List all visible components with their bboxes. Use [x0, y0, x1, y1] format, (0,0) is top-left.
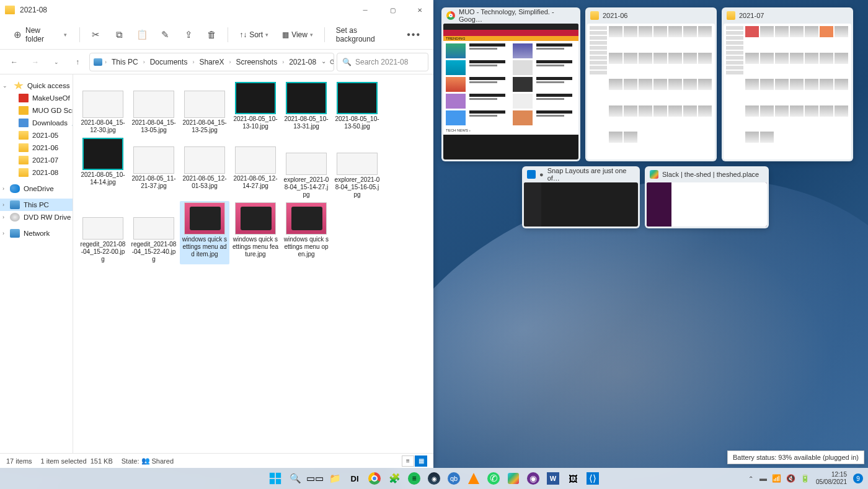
battery-icon[interactable]: 🔋: [800, 474, 810, 483]
taskbar-vlc-button[interactable]: [466, 470, 482, 487]
file-item[interactable]: 2021-08-05_10-13-10.jpg: [231, 81, 280, 135]
cut-button[interactable]: ✂: [86, 24, 105, 45]
taskbar-steam-button[interactable]: ◉: [426, 470, 442, 487]
snap-window-chrome[interactable]: MUO - Technology, Simplified. - Goog… TR…: [441, 7, 580, 161]
details-view-button[interactable]: ≡: [402, 455, 414, 467]
taskbar-slack-button[interactable]: [505, 470, 521, 487]
taskbar-devtool-button[interactable]: 🖼: [565, 470, 581, 487]
sidebar-item-this-pc[interactable]: › This PC: [0, 199, 73, 211]
file-item[interactable]: 2021-08-04_15-13-05.jpg: [129, 81, 179, 135]
share-button[interactable]: ⇪: [179, 24, 198, 45]
file-item[interactable]: explorer_2021-08-04_15-14-27.jpg: [281, 137, 331, 200]
makeuseof-icon: [19, 94, 29, 102]
taskbar-spotify-button[interactable]: ≡: [406, 470, 422, 487]
forward-button[interactable]: →: [26, 53, 45, 71]
chevron-down-icon[interactable]: ⌄: [2, 83, 7, 89]
titlebar[interactable]: 2021-08 ─ ▢ ✕: [0, 0, 433, 20]
snap-window-folder-2021-06[interactable]: 2021-06: [585, 7, 717, 161]
snap-window-title: Snap Layouts are just one of…: [547, 167, 635, 182]
chevron-right-icon[interactable]: ›: [2, 214, 4, 220]
sidebar-item-onedrive[interactable]: › OneDrive: [0, 182, 73, 195]
wifi-icon[interactable]: 📶: [772, 474, 781, 483]
delete-button[interactable]: 🗑: [202, 24, 221, 45]
taskbar-search-button[interactable]: 🔍: [287, 470, 303, 487]
taskbar-qbit-button[interactable]: qb: [446, 470, 462, 487]
notification-badge[interactable]: 9: [853, 473, 863, 483]
up-button[interactable]: ↑: [68, 53, 87, 71]
overflow-button[interactable]: ⌃: [748, 475, 753, 482]
file-item[interactable]: 2021-08-04_15-12-30.jpg: [78, 81, 128, 135]
close-button[interactable]: ✕: [406, 0, 433, 20]
taskbar-word-button[interactable]: W: [545, 470, 561, 487]
volume-icon[interactable]: 🔇: [786, 474, 795, 483]
sidebar-item-2021-06[interactable]: 2021-06: [0, 141, 73, 154]
taskbar-chrome-button[interactable]: [366, 470, 383, 487]
status-item-count: 17 items: [6, 457, 32, 465]
minimize-button[interactable]: ─: [352, 0, 379, 20]
chevron-right-icon[interactable]: ›: [2, 186, 4, 192]
address-bar[interactable]: › This PC › Documents › ShareX › Screens…: [89, 53, 334, 71]
breadcrumb[interactable]: Documents: [148, 56, 190, 68]
taskbar-start-button[interactable]: [267, 470, 283, 487]
file-item[interactable]: 2021-08-05_12-14-27.jpg: [231, 137, 280, 200]
file-item[interactable]: 2021-08-05_11-21-37.jpg: [129, 137, 179, 200]
tray-icon[interactable]: ▬: [760, 474, 767, 483]
breadcrumb[interactable]: 2021-08: [286, 56, 319, 68]
file-item[interactable]: regedit_2021-08-04_15-22-40.jpg: [129, 201, 179, 264]
sidebar-item-downloads[interactable]: Downloads📌: [0, 117, 73, 129]
recent-button[interactable]: ⌄: [47, 53, 66, 71]
set-background-button[interactable]: Set as background: [331, 24, 398, 46]
taskbar-explorer-button[interactable]: 📁: [327, 470, 343, 487]
maximize-button[interactable]: ▢: [379, 0, 406, 20]
view-button[interactable]: ▦ View ▾: [277, 28, 318, 42]
sidebar-item-2021-07[interactable]: 2021-07: [0, 154, 73, 166]
file-item[interactable]: windows quick settings menu open.jpg: [281, 201, 331, 264]
sidebar-item-dvd[interactable]: › DVD RW Drive (D:) A: [0, 211, 73, 223]
snap-window-vscode[interactable]: ●Snap Layouts are just one of…: [522, 166, 640, 228]
file-item[interactable]: 2021-08-04_15-13-25.jpg: [180, 81, 229, 135]
sort-button[interactable]: ↑↓ Sort ▾: [234, 28, 273, 42]
taskbar-di-button[interactable]: DI: [347, 470, 363, 487]
thumbnails-view-button[interactable]: ▦: [415, 455, 427, 467]
snap-window-slack[interactable]: Slack | the-shed | theshed.place: [645, 166, 769, 228]
search-input[interactable]: 🔍 Search 2021-08: [337, 53, 428, 71]
taskbar-radio-button[interactable]: ◉: [525, 470, 541, 487]
more-button[interactable]: •••: [402, 27, 426, 43]
clock[interactable]: 12:15 05/08/2021: [816, 471, 847, 486]
chevron-right-icon[interactable]: ›: [2, 230, 4, 236]
breadcrumb[interactable]: Screenshots: [233, 56, 280, 68]
file-item[interactable]: windows quick settings menu add item.jpg: [180, 201, 229, 264]
copy-button[interactable]: ⧉: [109, 24, 128, 45]
file-item[interactable]: regedit_2021-08-04_15-22-00.jpg: [78, 201, 128, 264]
rename-button[interactable]: ✎: [156, 24, 175, 45]
file-item[interactable]: 2021-08-05_10-13-31.jpg: [281, 81, 331, 135]
back-button[interactable]: ←: [5, 53, 24, 71]
breadcrumb[interactable]: This PC: [109, 56, 141, 68]
sidebar-item-quick-access[interactable]: ⌄ Quick access: [0, 79, 73, 92]
file-grid[interactable]: 2021-08-04_15-12-30.jpg2021-08-04_15-13-…: [73, 74, 433, 453]
taskbar-vscode-button[interactable]: ⟨⟩: [585, 470, 601, 487]
taskbar-task-view-button[interactable]: ▭▭: [307, 470, 323, 487]
file-item[interactable]: explorer_2021-08-04_15-16-05.jpg: [332, 137, 382, 200]
new-folder-button[interactable]: ⊕ New folder ▾: [7, 24, 73, 46]
sidebar-item-makeuseof[interactable]: MakeUseOf📌: [0, 92, 73, 104]
file-item[interactable]: 2021-08-05_10-14-14.jpg: [78, 137, 128, 200]
sidebar-item-label: 2021-07: [32, 156, 58, 164]
chevron-right-icon: ›: [229, 59, 231, 65]
taskbar-puzzle-button[interactable]: 🧩: [386, 470, 402, 487]
snap-window-folder-2021-07[interactable]: 2021-07: [722, 7, 853, 161]
sidebar-item-2021-05[interactable]: 2021-05: [0, 129, 73, 141]
toolbar: ⊕ New folder ▾ ✂ ⧉ 📋 ✎ ⇪ 🗑 ↑↓ Sort ▾ ▦ V…: [0, 20, 433, 50]
refresh-button[interactable]: ⟳: [330, 58, 334, 66]
chevron-right-icon[interactable]: ›: [2, 202, 4, 208]
file-item[interactable]: windows quick settings menu feature.jpg: [231, 201, 280, 264]
chevron-down-icon[interactable]: ⌄: [321, 58, 326, 66]
file-item[interactable]: 2021-08-05_12-01-53.jpg: [180, 137, 229, 200]
paste-button[interactable]: 📋: [133, 24, 152, 45]
file-item[interactable]: 2021-08-05_10-13-50.jpg: [332, 81, 382, 135]
taskbar-whatsapp-button[interactable]: ✆: [485, 470, 502, 487]
breadcrumb[interactable]: ShareX: [197, 56, 226, 68]
sidebar-item-2021-08[interactable]: 2021-08: [0, 166, 73, 179]
sidebar-item-muo-gd-screen[interactable]: MUO GD Screen📌: [0, 104, 73, 117]
sidebar-item-network[interactable]: › Network: [0, 227, 73, 240]
